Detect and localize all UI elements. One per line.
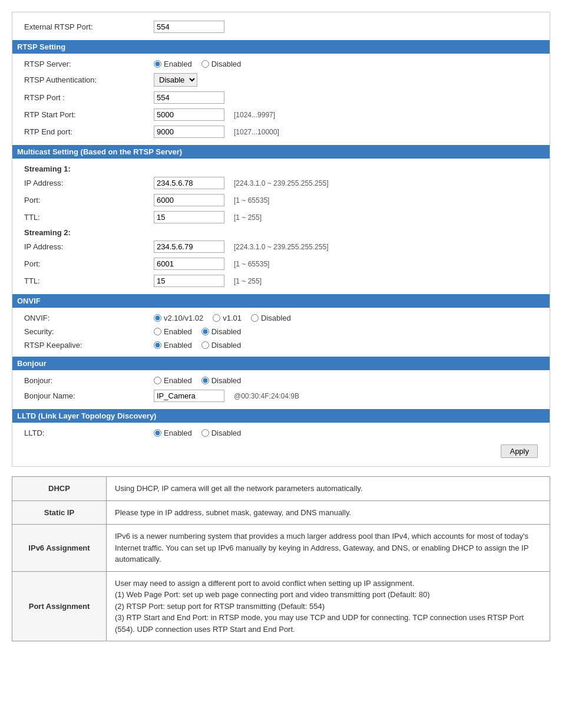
info-table-description: IPv6 is a newer numbering system that pr…: [107, 525, 550, 572]
rtp-end-label: RTP End port:: [24, 127, 154, 136]
rtsp-keepalive-enabled-option[interactable]: Enabled: [154, 341, 192, 350]
rtsp-server-label: RTSP Server:: [24, 60, 154, 68]
rtsp-port-input[interactable]: [154, 91, 224, 104]
rtsp-server-disabled-option[interactable]: Disabled: [201, 60, 242, 68]
s1-port-hint: [1 ~ 65535]: [234, 196, 269, 205]
rtsp-port-row: RTSP Port :: [24, 89, 538, 106]
s1-ip-label: IP Address:: [24, 179, 154, 187]
s1-ip-hint: [224.3.1.0 ~ 239.255.255.255]: [234, 179, 328, 187]
info-table-row: Static IPPlease type in IP address, subn…: [12, 500, 550, 525]
info-table-description: User may need to assign a different port…: [107, 571, 550, 641]
onvif-label: ONVIF:: [24, 314, 154, 322]
s1-ip-row: IP Address: [224.3.1.0 ~ 239.255.255.255…: [24, 174, 538, 192]
external-rtsp-port-input[interactable]: [154, 21, 224, 33]
s2-ip-row: IP Address: [224.3.1.0 ~ 239.255.255.255…: [24, 238, 538, 255]
rtp-end-input[interactable]: [154, 126, 224, 138]
bonjour-header: Bonjour: [12, 357, 550, 370]
info-table-row: Port AssignmentUser may need to assign a…: [12, 571, 550, 641]
s1-ttl-input[interactable]: [154, 211, 224, 223]
rtsp-server-enabled-option[interactable]: Enabled: [154, 60, 192, 68]
lltd-label: LLTD:: [24, 429, 154, 437]
info-table-title: Port Assignment: [12, 571, 107, 641]
rtp-start-row: RTP Start Port: [1024...9997]: [24, 106, 538, 123]
info-table-title: DHCP: [12, 477, 107, 501]
rtp-start-hint: [1024...9997]: [234, 111, 275, 119]
rtsp-port-label: RTSP Port :: [24, 93, 154, 102]
bonjour-name-row: Bonjour Name: @00:30:4F:24:04:9B: [24, 387, 538, 404]
s1-port-input[interactable]: [154, 194, 224, 206]
rtsp-server-radio-group: Enabled Disabled: [154, 60, 241, 68]
bonjour-label: Bonjour:: [24, 376, 154, 385]
lltd-row: LLTD: Enabled Disabled: [24, 426, 538, 440]
rtsp-auth-label: RTSP Authentication:: [24, 75, 154, 84]
s2-port-input[interactable]: [154, 258, 224, 270]
s1-ip-input[interactable]: [154, 177, 224, 189]
bonjour-enabled-option[interactable]: Enabled: [154, 376, 192, 385]
onvif-v210-option[interactable]: v2.10/v1.02: [154, 314, 203, 322]
s2-port-row: Port: [1 ~ 65535]: [24, 255, 538, 272]
main-settings-panel: External RTSP Port: RTSP Setting RTSP Se…: [12, 12, 550, 467]
streaming1-label: Streaming 1:: [24, 162, 538, 174]
bonjour-name-suffix: @00:30:4F:24:04:9B: [234, 392, 299, 400]
bonjour-name-label: Bonjour Name:: [24, 391, 154, 400]
bonjour-radio-group: Enabled Disabled: [154, 376, 241, 385]
rtsp-server-row: RTSP Server: Enabled Disabled: [24, 57, 538, 71]
s1-ttl-row: TTL: [1 ~ 255]: [24, 209, 538, 226]
s2-port-label: Port:: [24, 259, 154, 268]
security-disabled-option[interactable]: Disabled: [201, 327, 242, 336]
info-table-row: IPv6 AssignmentIPv6 is a newer numbering…: [12, 525, 550, 572]
s2-ttl-row: TTL: [1 ~ 255]: [24, 272, 538, 289]
s1-ttl-hint: [1 ~ 255]: [234, 213, 262, 222]
onvif-header: ONVIF: [12, 294, 550, 308]
onvif-v101-option[interactable]: v1.01: [213, 314, 242, 322]
s1-ttl-label: TTL:: [24, 213, 154, 222]
apply-button[interactable]: Apply: [501, 444, 538, 458]
onvif-disabled-option[interactable]: Disabled: [251, 314, 291, 322]
bonjour-name-input[interactable]: [154, 390, 224, 402]
security-enabled-option[interactable]: Enabled: [154, 327, 192, 336]
s1-port-row: Port: [1 ~ 65535]: [24, 192, 538, 209]
onvif-row: ONVIF: v2.10/v1.02 v1.01 Disabled: [24, 311, 538, 325]
lltd-header: LLTD (Link Layer Topology Discovery): [12, 409, 550, 423]
lltd-disabled-option[interactable]: Disabled: [201, 429, 242, 437]
rtsp-keepalive-disabled-option[interactable]: Disabled: [201, 341, 242, 350]
info-table-description: Please type in IP address, subnet mask, …: [107, 500, 550, 525]
info-table: DHCPUsing DHCP, IP camera will get all t…: [12, 476, 550, 641]
s2-ip-input[interactable]: [154, 241, 224, 253]
bonjour-disabled-option[interactable]: Disabled: [201, 376, 242, 385]
rtp-start-input[interactable]: [154, 108, 224, 121]
s2-ip-hint: [224.3.1.0 ~ 239.255.255.255]: [234, 243, 328, 251]
rtp-start-label: RTP Start Port:: [24, 110, 154, 119]
rtsp-keepalive-radio-group: Enabled Disabled: [154, 341, 241, 350]
external-rtsp-port-row: External RTSP Port:: [24, 18, 538, 35]
s1-port-label: Port:: [24, 196, 154, 205]
s2-ttl-input[interactable]: [154, 275, 224, 287]
security-row: Security: Enabled Disabled: [24, 325, 538, 338]
rtsp-keepalive-label: RTSP Keepalive:: [24, 341, 154, 350]
rtsp-auth-row: RTSP Authentication: Disable Basic Diges…: [24, 71, 538, 89]
info-table-title: IPv6 Assignment: [12, 525, 107, 572]
s2-ttl-label: TTL:: [24, 276, 154, 285]
info-table-title: Static IP: [12, 500, 107, 525]
streaming2-label: Streaming 2:: [24, 226, 538, 238]
rtp-end-row: RTP End port: [1027...10000]: [24, 123, 538, 140]
onvif-radio-group: v2.10/v1.02 v1.01 Disabled: [154, 314, 291, 322]
s2-port-hint: [1 ~ 65535]: [234, 260, 269, 268]
external-rtsp-port-label: External RTSP Port:: [24, 22, 154, 31]
bonjour-row: Bonjour: Enabled Disabled: [24, 374, 538, 387]
apply-row: Apply: [24, 440, 538, 458]
lltd-enabled-option[interactable]: Enabled: [154, 429, 192, 437]
rtp-end-hint: [1027...10000]: [234, 128, 279, 136]
s2-ttl-hint: [1 ~ 255]: [234, 277, 262, 285]
lltd-radio-group: Enabled Disabled: [154, 429, 241, 437]
rtsp-auth-select[interactable]: Disable Basic Digest: [154, 73, 197, 87]
security-radio-group: Enabled Disabled: [154, 327, 241, 336]
s2-ip-label: IP Address:: [24, 242, 154, 251]
security-label: Security:: [24, 327, 154, 336]
info-table-row: DHCPUsing DHCP, IP camera will get all t…: [12, 477, 550, 501]
info-table-description: Using DHCP, IP camera will get all the n…: [107, 477, 550, 501]
rtsp-keepalive-row: RTSP Keepalive: Enabled Disabled: [24, 338, 538, 352]
rtsp-setting-header: RTSP Setting: [12, 40, 550, 54]
multicast-header: Multicast Setting (Based on the RTSP Ser…: [12, 145, 550, 159]
